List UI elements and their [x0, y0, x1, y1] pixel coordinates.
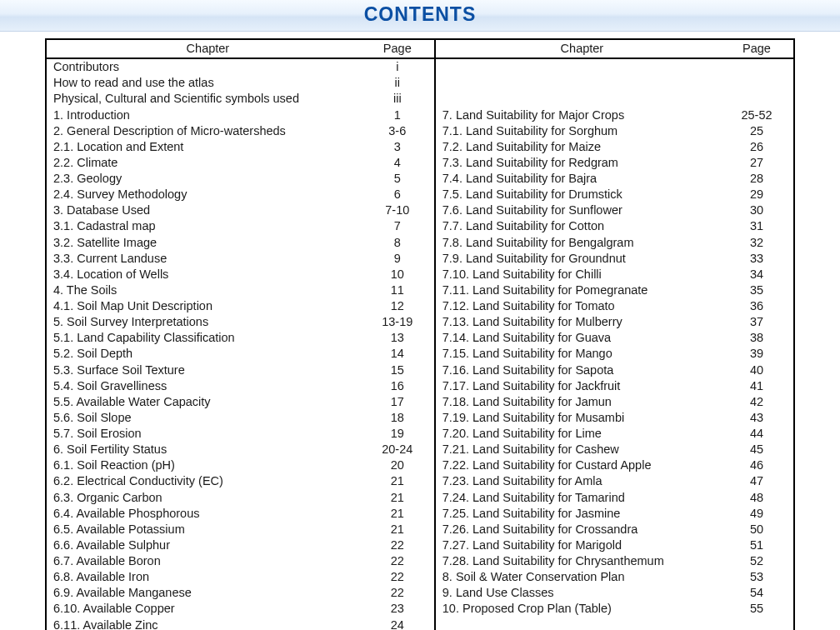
toc-row: 3. Database Used7-10 [47, 202, 434, 218]
toc-chapter: 6.5. Available Potassium [47, 522, 366, 538]
toc-row: 7.17. Land Suitability for Jackfruit41 [436, 378, 793, 394]
toc-page: 53 [725, 569, 793, 585]
toc-chapter: 6.8. Available Iron [47, 569, 366, 585]
toc-row: 3.1. Cadastral map7 [47, 218, 434, 234]
toc-row: 6.10. Available Copper23 [47, 601, 434, 617]
left-column: ContributorsiHow to read and use the atl… [46, 58, 435, 630]
toc-page: 21 [366, 506, 434, 522]
toc-page: 5 [366, 171, 434, 187]
toc-page: 50 [725, 522, 793, 538]
toc-row: 6. Soil Fertility Status20-24 [47, 442, 434, 458]
toc-chapter: 7.23. Land Suitability for Amla [436, 473, 725, 489]
toc-chapter: 2.3. Geology [47, 171, 366, 187]
header-row: Chapter Page Chapter Page [46, 39, 794, 58]
toc-row: 1. Introduction1 [47, 108, 434, 123]
toc-page: 33 [725, 251, 793, 267]
content-area: Chapter Page Chapter Page ContributorsiH… [0, 32, 840, 630]
toc-page: 52 [725, 553, 793, 569]
toc-row: 7.23. Land Suitability for Amla47 [436, 473, 793, 489]
toc-row: 6.11. Available Zinc24 [47, 618, 434, 631]
toc-row: 7.11. Land Suitability for Pomegranate35 [436, 282, 793, 298]
toc-page: 30 [725, 202, 793, 218]
toc-chapter: 6.10. Available Copper [47, 601, 366, 617]
toc-page: 20-24 [366, 442, 434, 458]
toc-row: 6.8. Available Iron22 [47, 569, 434, 585]
toc-page: 29 [725, 187, 793, 202]
toc-row [436, 59, 793, 75]
toc-page: 22 [366, 585, 434, 601]
toc-row: 7.22. Land Suitability for Custard Apple… [436, 458, 793, 473]
toc-chapter: 5.4. Soil Gravelliness [47, 378, 366, 394]
header-chapter-left: Chapter [46, 39, 369, 58]
toc-chapter: 7.26. Land Suitability for Crossandra [436, 522, 725, 538]
header-page-right: Page [728, 39, 794, 58]
toc-page: 19 [366, 426, 434, 442]
toc-chapter: 2.2. Climate [47, 155, 366, 171]
toc-chapter: 6.2. Electrical Conductivity (EC) [47, 473, 366, 489]
toc-row: 6.6. Available Sulphur22 [47, 538, 434, 553]
toc-chapter: 6.3. Organic Carbon [47, 490, 366, 506]
toc-chapter: 5.6. Soil Slope [47, 410, 366, 426]
toc-chapter: 7.20. Land Suitability for Lime [436, 426, 725, 442]
toc-chapter: 6.6. Available Sulphur [47, 538, 366, 553]
toc-row: 7.1. Land Suitability for Sorghum25 [436, 123, 793, 139]
toc-page: 41 [725, 378, 793, 394]
toc-row: 9. Land Use Classes54 [436, 585, 793, 601]
toc-row: 2.2. Climate4 [47, 155, 434, 171]
toc-page: 3-6 [366, 123, 434, 139]
toc-page: 21 [366, 490, 434, 506]
toc-chapter: 5. Soil Survey Interpretations [47, 314, 366, 330]
right-column-table: 7. Land Suitability for Major Crops25-52… [436, 59, 793, 617]
toc-row: 7.25. Land Suitability for Jasmine49 [436, 506, 793, 522]
toc-chapter: Physical, Cultural and Scientific symbol… [47, 91, 366, 107]
toc-row: 7.18. Land Suitability for Jamun42 [436, 394, 793, 410]
toc-chapter: 7. Land Suitability for Major Crops [436, 108, 725, 123]
toc-row: 7.24. Land Suitability for Tamarind48 [436, 490, 793, 506]
toc-chapter: 10. Proposed Crop Plan (Table) [436, 601, 725, 617]
page-title: CONTENTS [364, 3, 477, 25]
toc-chapter: 7.17. Land Suitability for Jackfruit [436, 378, 725, 394]
toc-row: 5.4. Soil Gravelliness16 [47, 378, 434, 394]
toc-page: 17 [366, 394, 434, 410]
toc-page: 44 [725, 426, 793, 442]
toc-page: 12 [366, 298, 434, 314]
toc-page: 32 [725, 235, 793, 251]
toc-row: 2. General Description of Micro-watershe… [47, 123, 434, 139]
toc-chapter: How to read and use the atlas [47, 75, 366, 91]
toc-page: iii [366, 91, 434, 107]
toc-row: 6.4. Available Phosphorous21 [47, 506, 434, 522]
toc-page: 39 [725, 346, 793, 362]
toc-page: 8 [366, 235, 434, 251]
toc-chapter: 7.19. Land Suitability for Musambi [436, 410, 725, 426]
header-chapter-right: Chapter [435, 39, 728, 58]
toc-page: 25-52 [725, 108, 793, 123]
toc-chapter: 2.4. Survey Methodology [47, 187, 366, 202]
toc-row: 6.9. Available Manganese22 [47, 585, 434, 601]
toc-page: 18 [366, 410, 434, 426]
toc-chapter: 7.4. Land Suitability for Bajra [436, 171, 725, 187]
toc-chapter: 7.11. Land Suitability for Pomegranate [436, 282, 725, 298]
toc-page: 31 [725, 218, 793, 234]
toc-chapter [436, 91, 725, 107]
toc-row: 2.1. Location and Extent3 [47, 139, 434, 155]
toc-chapter: 5.2. Soil Depth [47, 346, 366, 362]
toc-row: 6.3. Organic Carbon21 [47, 490, 434, 506]
toc-chapter: 7.10. Land Suitability for Chilli [436, 267, 725, 282]
toc-row: 7.8. Land Suitability for Bengalgram32 [436, 235, 793, 251]
toc-chapter: 8. Soil & Water Conservation Plan [436, 569, 725, 585]
toc-page: 22 [366, 553, 434, 569]
toc-chapter [436, 75, 725, 91]
toc-page [725, 91, 793, 107]
toc-chapter: 1. Introduction [47, 108, 366, 123]
toc-row: Physical, Cultural and Scientific symbol… [47, 91, 434, 107]
toc-page: 25 [725, 123, 793, 139]
toc-chapter: 7.14. Land Suitability for Guava [436, 330, 725, 346]
left-column-table: ContributorsiHow to read and use the atl… [47, 59, 434, 630]
toc-chapter: 3.4. Location of Wells [47, 267, 366, 282]
toc-chapter: 3. Database Used [47, 202, 366, 218]
toc-page: 47 [725, 473, 793, 489]
toc-chapter: 4. The Soils [47, 282, 366, 298]
toc-row: 7.9. Land Suitability for Groundnut33 [436, 251, 793, 267]
toc-page: 22 [366, 538, 434, 553]
toc-page: 28 [725, 171, 793, 187]
